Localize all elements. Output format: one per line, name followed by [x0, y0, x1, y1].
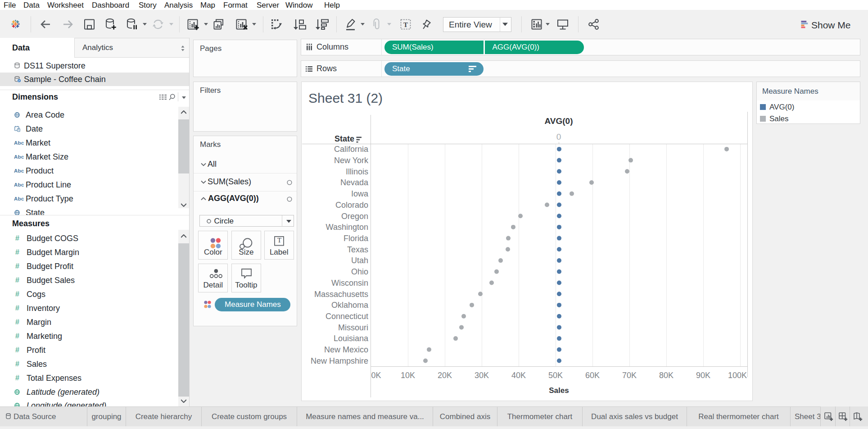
svg-text:0K: 0K	[371, 371, 381, 380]
svg-text:Sales: Sales	[549, 386, 569, 395]
svg-text:Illinois: Illinois	[346, 167, 368, 176]
svg-text:State: State	[335, 134, 354, 143]
svg-text:New Hampshire: New Hampshire	[311, 356, 368, 365]
svg-text:40K: 40K	[511, 371, 526, 380]
svg-text:Washington: Washington	[326, 223, 368, 232]
svg-text:T: T	[403, 21, 408, 28]
svg-text:20K: 20K	[438, 371, 452, 380]
svg-text:Entire View: Entire View	[449, 20, 492, 29]
svg-text:New York: New York	[334, 156, 369, 165]
svg-text:10K: 10K	[401, 371, 415, 380]
svg-text:70K: 70K	[622, 371, 637, 380]
svg-text:Louisiana: Louisiana	[334, 334, 369, 343]
svg-text:80K: 80K	[659, 371, 674, 380]
svg-text:California: California	[334, 145, 369, 154]
svg-text:Oregon: Oregon	[341, 212, 368, 221]
svg-text:30K: 30K	[475, 371, 489, 380]
svg-text:Ohio: Ohio	[351, 267, 368, 276]
svg-text:AVG(0): AVG(0)	[545, 116, 573, 126]
svg-text:50K: 50K	[548, 371, 563, 380]
svg-text:Connecticut: Connecticut	[326, 312, 368, 321]
svg-text:Massachusetts: Massachusetts	[314, 290, 368, 299]
svg-text:Sheet 31 (2): Sheet 31 (2)	[308, 91, 383, 105]
svg-text:Nevada: Nevada	[340, 178, 369, 187]
svg-text:Colorado: Colorado	[335, 201, 368, 210]
svg-text:Iowa: Iowa	[351, 189, 369, 198]
svg-text:100K: 100K	[728, 371, 747, 380]
svg-text:60K: 60K	[585, 371, 600, 380]
svg-text:Wisconsin: Wisconsin	[331, 278, 368, 288]
svg-text:Utah: Utah	[351, 256, 368, 265]
svg-text:Show Me: Show Me	[811, 20, 851, 30]
svg-text:90K: 90K	[696, 371, 710, 380]
svg-text:Texas: Texas	[347, 245, 368, 254]
svg-text:Oklahoma: Oklahoma	[331, 301, 369, 310]
svg-text:New Mexico: New Mexico	[324, 345, 368, 354]
svg-text:0: 0	[556, 132, 561, 141]
svg-text:Missouri: Missouri	[338, 323, 368, 332]
svg-text:Florida: Florida	[344, 234, 369, 243]
